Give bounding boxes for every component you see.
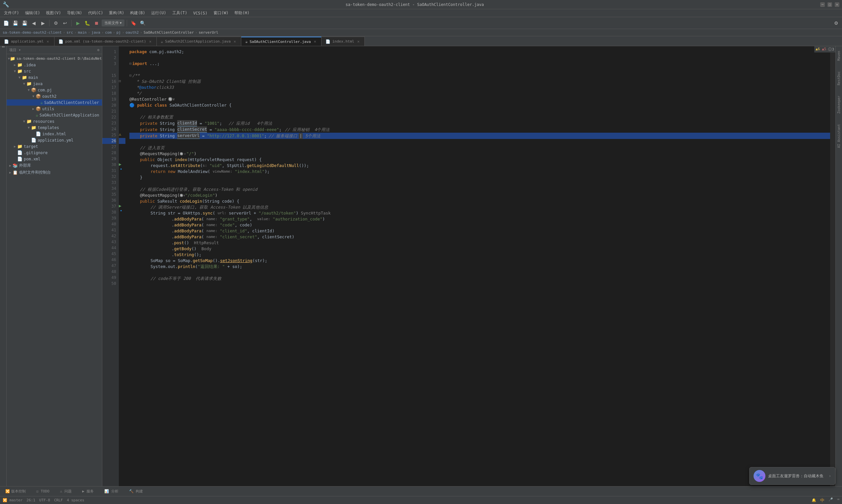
menu-file[interactable]: 文件(F) (1, 10, 22, 17)
menu-window[interactable]: 窗口(W) (211, 10, 231, 17)
tree-item-target[interactable]: ▶ 📁 target (6, 143, 102, 149)
save-button[interactable]: 💾 (11, 19, 19, 27)
tab-close-html[interactable]: × (356, 39, 360, 44)
sidebar-icon-project[interactable]: 项目 (0, 49, 7, 52)
settings-button[interactable]: ⚙ (52, 19, 60, 27)
code-line-47: SoMap so = SoMap.getSoMap().setJsonStrin… (129, 258, 830, 264)
menu-edit[interactable]: 编辑(E) (22, 10, 43, 17)
line-col-status[interactable]: 26:1 (26, 498, 35, 502)
tab-controller[interactable]: ☕ SaOAuthClientController.java × (241, 37, 322, 46)
tab-close-pom[interactable]: × (148, 39, 153, 44)
tab-saoauth2-app[interactable]: ☕ SaOAuth2ClientApplication.java × (157, 37, 241, 46)
tab-close-app[interactable]: × (233, 39, 237, 44)
tree-label: 外部库 (19, 163, 31, 168)
fold-icon-16[interactable]: ⊟ (119, 79, 121, 83)
search-button[interactable]: 🔍 (139, 19, 146, 27)
menu-vcs[interactable]: VCS(S) (191, 10, 210, 16)
line-num-27: 27 (102, 144, 116, 150)
minimize-button[interactable]: ─ (820, 2, 825, 7)
menu-help[interactable]: 帮助(H) (232, 10, 252, 17)
tree-item-templates[interactable]: ▼ 📁 templates (6, 124, 102, 131)
tree-item-index-html[interactable]: 📄 index.html (6, 131, 102, 137)
tree-item-utils[interactable]: ▶ 📦 utils (6, 106, 102, 112)
bottom-tab-services[interactable]: ▶ 服务 (79, 487, 96, 495)
tree-item-application[interactable]: ☕ SaOAuth2ClientApplication (6, 112, 102, 118)
breadcrumb-pj[interactable]: pj (117, 30, 121, 35)
menu-run[interactable]: 运行(U) (148, 10, 169, 17)
zookeeper-panel[interactable]: Zookeeper (836, 94, 841, 115)
breadcrumb-java[interactable]: java (91, 30, 100, 35)
breadcrumb-com[interactable]: com (105, 30, 111, 35)
notifications[interactable]: 🔔 (812, 498, 816, 503)
menu-refactor[interactable]: 重构(R) (106, 10, 127, 17)
sidebar-gear-icon[interactable]: ⚙ (97, 48, 100, 52)
sidebar-title: 项目 ▾ (9, 48, 21, 53)
tree-item-scratch[interactable]: ▶ 📋 临时文件和控制台 (6, 169, 102, 176)
current-file-selector[interactable]: 当前文件 ▾ (102, 19, 124, 26)
forward-button[interactable]: ▶ (39, 19, 47, 27)
tree-item-idea[interactable]: ▶ 📁 .idea (6, 62, 102, 68)
tree-item-oauth2[interactable]: ▼ 📦 oauth2 (6, 93, 102, 100)
code-editor[interactable]: package com.pj.oauth2; ⊟import ...; ⊟/**… (125, 46, 830, 504)
breadcrumb-src[interactable]: src (66, 30, 73, 35)
chat-popup[interactable]: 🐾 桌面工友遛罗雷兽：自动藏木鱼 › (749, 467, 836, 485)
menu-tools[interactable]: 工具(T) (169, 10, 190, 17)
bottom-tab-problems[interactable]: ⚠ 问题 (57, 487, 74, 495)
mic-icon[interactable]: 🎤 (828, 498, 833, 503)
bookmark-button[interactable]: 🔖 (129, 19, 137, 27)
menu-view[interactable]: 视图(V) (43, 10, 64, 17)
new-file-button[interactable]: 📄 (2, 19, 10, 27)
run-icon-30[interactable]: ▶ (119, 162, 122, 167)
tab-close-controller[interactable]: × (313, 39, 317, 44)
bottom-tab-build[interactable]: 🔨 构建 (126, 487, 146, 495)
indent-status[interactable]: 4 spaces (67, 498, 84, 502)
tree-item-controller[interactable]: ☕ SaOAuthClientController (6, 100, 102, 106)
tree-item-external-libs[interactable]: ▶ 📚 外部库 (6, 162, 102, 169)
bottom-tab-todo[interactable]: ☑ TODO (34, 488, 52, 495)
line-sep-status[interactable]: CRLF (54, 498, 63, 502)
breadcrumb-oauth2[interactable]: oauth2 (126, 30, 139, 35)
tree-item-gitignore[interactable]: 📄 .gitignore (6, 149, 102, 156)
breadcrumb-project[interactable]: sa-token-demo-oauth2-client (3, 30, 62, 35)
save-all-button[interactable]: 💾 (20, 19, 29, 27)
tree-item-src[interactable]: ▼ 📁 src (6, 68, 102, 74)
restdoc-panel[interactable]: RestDoc (836, 69, 841, 87)
run-icon-37[interactable]: ▶ (119, 203, 122, 208)
chat-close-icon[interactable]: › (829, 474, 831, 478)
breadcrumb-field[interactable]: serverUrl (199, 30, 218, 35)
ai-assistant-panel[interactable]: AI Assistant (836, 122, 841, 150)
run-debug-button[interactable]: ▶ (74, 19, 82, 27)
stop-button[interactable]: ⏹ (92, 19, 100, 27)
tree-item-compj[interactable]: ▼ 📦 com.pj (6, 87, 102, 93)
debug-icon-30[interactable]: 🔹 (119, 167, 123, 171)
maven-panel[interactable]: Maven (836, 49, 841, 63)
undo-button[interactable]: ↩ (61, 19, 69, 27)
menu-navigate[interactable]: 导航(N) (64, 10, 85, 17)
keyboard-icon[interactable]: ⌨ (837, 498, 839, 503)
bottom-tab-analysis[interactable]: 📊 分析 (102, 487, 121, 495)
encoding-status[interactable]: UTF-8 (39, 498, 50, 502)
tree-item-app-yml[interactable]: 📄 application.yml (6, 137, 102, 143)
tree-item-resources[interactable]: ▼ 📁 resources (6, 118, 102, 124)
tab-close-yml[interactable]: × (46, 39, 50, 44)
editor-scrollbar[interactable]: ▲6 ▲5 ⓘ3 (830, 46, 836, 504)
menu-code[interactable]: 代码(C) (86, 10, 106, 17)
menu-build[interactable]: 构建(B) (127, 10, 148, 17)
tree-item-root[interactable]: ▼ 📁 sa-token-demo-oauth2-client D:\Baidu… (6, 55, 102, 62)
back-button[interactable]: ◀ (30, 19, 38, 27)
breadcrumb-main[interactable]: main (78, 30, 87, 35)
breadcrumb-controller[interactable]: SaOAuthClientController (144, 30, 194, 35)
tree-item-pom[interactable]: 📄 pom.xml (6, 156, 102, 162)
tab-application-yml[interactable]: 📄 application.yml × (0, 37, 54, 46)
close-button[interactable]: ✕ (835, 2, 839, 7)
settings-gear-button[interactable]: ⚙ (832, 19, 840, 27)
debug-icon-37[interactable]: 🔹 (119, 209, 123, 213)
tab-pom-xml[interactable]: 📄 pom.xml (sa-token-demo-oauth2-client) … (54, 37, 157, 46)
tree-item-main[interactable]: ▼ 📁 main (6, 74, 102, 80)
git-branch-status[interactable]: 🔀 master (3, 498, 22, 502)
tree-item-java[interactable]: ▼ 📁 java (6, 80, 102, 87)
maximize-button[interactable]: □ (827, 2, 832, 7)
tab-index-html[interactable]: 📄 index.html × (322, 37, 365, 46)
bottom-tab-version-control[interactable]: 🔀 版本控制 (3, 487, 29, 495)
debug-button[interactable]: 🐛 (83, 19, 91, 27)
